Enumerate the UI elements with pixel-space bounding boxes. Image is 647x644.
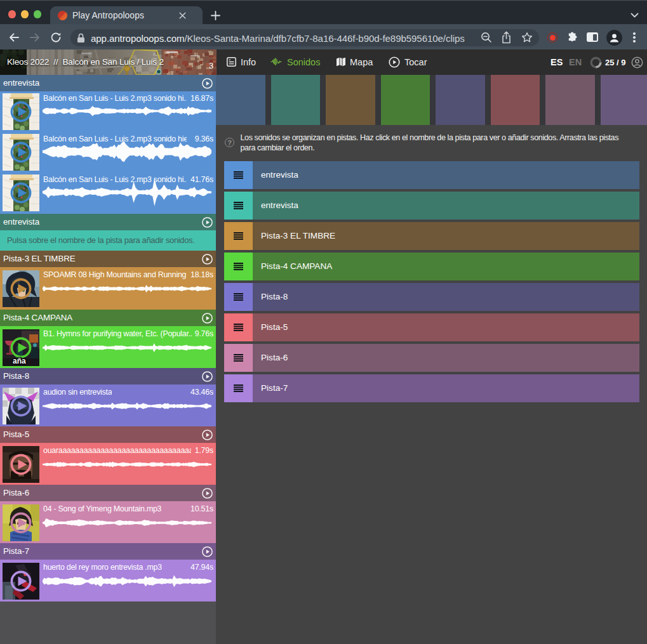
svg-text:aña: aña	[13, 357, 26, 365]
